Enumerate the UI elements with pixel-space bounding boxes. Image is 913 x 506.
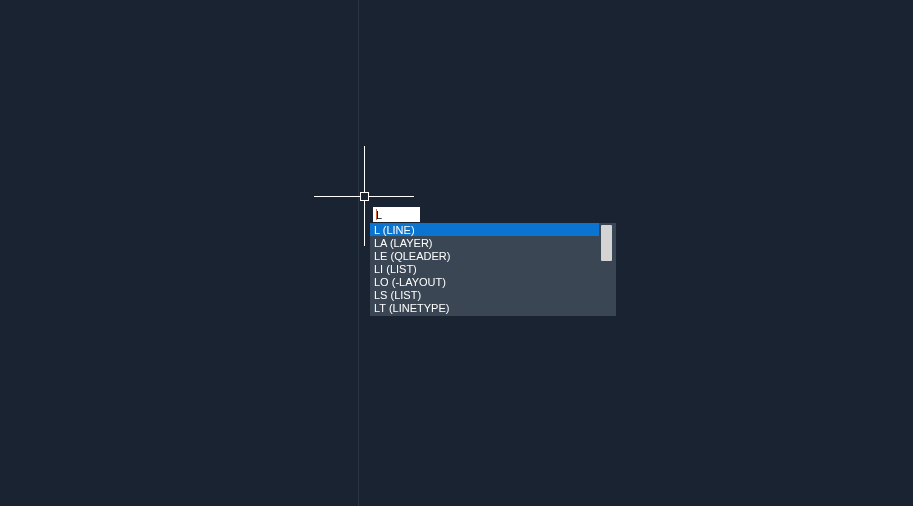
dynamic-command-input[interactable] (373, 207, 420, 222)
crosshair-vertical (364, 146, 365, 246)
autocomplete-item-layer[interactable]: LA (LAYER) (370, 236, 599, 249)
autocomplete-item-line[interactable]: L (LINE) (370, 223, 599, 236)
autocomplete-item-linetype[interactable]: LT (LINETYPE) (370, 301, 599, 314)
crosshair-pickbox (360, 192, 369, 201)
autocomplete-item-layout[interactable]: LO (-LAYOUT) (370, 275, 599, 288)
scrollbar-thumb[interactable] (601, 225, 612, 261)
autocomplete-item-list[interactable]: LI (LIST) (370, 262, 599, 275)
crosshair-horizontal (314, 196, 414, 197)
autocomplete-item-qleader[interactable]: LE (QLEADER) (370, 249, 599, 262)
viewport-guide-line (358, 0, 359, 506)
scrollbar-track[interactable] (599, 223, 616, 316)
autocomplete-scrollbar[interactable] (599, 223, 616, 316)
autocomplete-item-ls-list[interactable]: LS (LIST) (370, 288, 599, 301)
autocomplete-list: L (LINE) LA (LAYER) LE (QLEADER) LI (LIS… (370, 223, 599, 316)
autocomplete-popup: L (LINE) LA (LAYER) LE (QLEADER) LI (LIS… (370, 223, 616, 316)
